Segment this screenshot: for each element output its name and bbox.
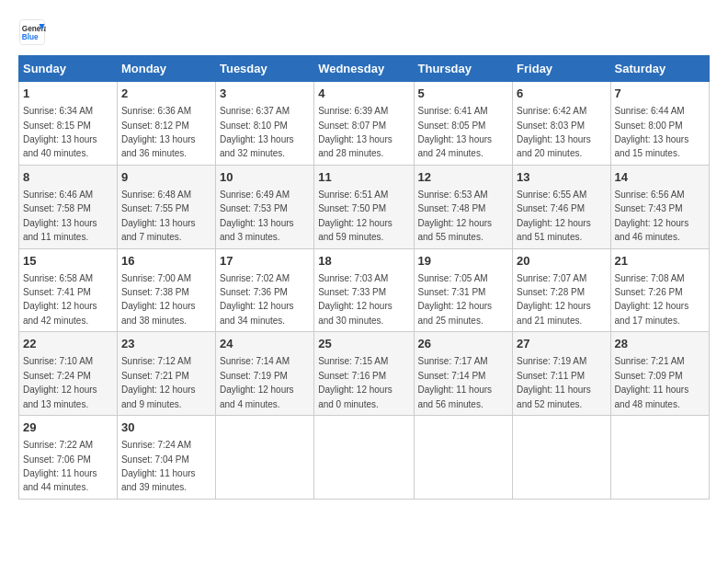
sunset-info: Sunset: 7:11 PM <box>517 371 585 381</box>
daylight-info: Daylight: 12 hours and 38 minutes. <box>121 301 196 325</box>
calendar-cell: 19Sunrise: 7:05 AMSunset: 7:31 PMDayligh… <box>414 248 513 332</box>
daylight-info: Daylight: 12 hours and 17 minutes. <box>615 301 689 325</box>
day-number: 8 <box>23 169 113 186</box>
day-number: 26 <box>418 336 509 352</box>
day-number: 18 <box>318 253 409 270</box>
sunset-info: Sunset: 7:48 PM <box>418 203 486 213</box>
sunset-info: Sunset: 7:36 PM <box>220 287 288 297</box>
logo-icon: General Blue <box>18 18 46 46</box>
sunset-info: Sunset: 8:15 PM <box>23 121 91 131</box>
week-row-5: 29Sunrise: 7:22 AMSunset: 7:06 PMDayligh… <box>19 416 710 500</box>
daylight-info: Daylight: 12 hours and 30 minutes. <box>318 301 392 325</box>
logo: General Blue <box>18 18 46 46</box>
week-row-2: 8Sunrise: 6:46 AMSunset: 7:58 PMDaylight… <box>19 165 710 248</box>
week-row-3: 15Sunrise: 6:58 AMSunset: 7:41 PMDayligh… <box>19 248 710 332</box>
sunrise-info: Sunrise: 6:42 AM <box>517 106 586 116</box>
calendar-cell: 29Sunrise: 7:22 AMSunset: 7:06 PMDayligh… <box>19 416 118 500</box>
sunset-info: Sunset: 7:26 PM <box>615 287 683 297</box>
sunrise-info: Sunrise: 6:53 AM <box>418 190 488 200</box>
sunset-info: Sunset: 7:43 PM <box>615 203 683 213</box>
column-header-sunday: Sunday <box>19 56 118 82</box>
calendar-cell <box>513 416 610 500</box>
daylight-info: Daylight: 11 hours and 48 minutes. <box>615 385 689 408</box>
header: General Blue <box>18 18 710 46</box>
sunrise-info: Sunrise: 7:03 AM <box>318 273 388 283</box>
calendar-cell: 6Sunrise: 6:42 AMSunset: 8:03 PMDaylight… <box>513 82 610 166</box>
sunset-info: Sunset: 8:10 PM <box>220 121 288 131</box>
day-number: 14 <box>615 169 705 186</box>
daylight-info: Daylight: 12 hours and 21 minutes. <box>517 301 591 325</box>
svg-text:Blue: Blue <box>22 33 39 41</box>
column-header-wednesday: Wednesday <box>314 56 414 82</box>
day-number: 25 <box>318 336 409 352</box>
sunset-info: Sunset: 7:38 PM <box>121 287 189 297</box>
calendar-cell: 9Sunrise: 6:48 AMSunset: 7:55 PMDaylight… <box>117 165 215 248</box>
calendar-cell: 28Sunrise: 7:21 AMSunset: 7:09 PMDayligh… <box>610 332 709 416</box>
day-number: 11 <box>318 169 409 186</box>
sunrise-info: Sunrise: 6:34 AM <box>23 106 93 116</box>
daylight-info: Daylight: 12 hours and 42 minutes. <box>23 301 97 325</box>
sunset-info: Sunset: 7:28 PM <box>517 287 585 297</box>
calendar-cell <box>215 416 313 500</box>
day-number: 4 <box>318 86 409 102</box>
sunrise-info: Sunrise: 6:44 AM <box>615 106 685 116</box>
sunset-info: Sunset: 7:33 PM <box>318 287 386 297</box>
day-number: 6 <box>517 86 606 102</box>
daylight-info: Daylight: 12 hours and 46 minutes. <box>615 218 689 242</box>
calendar-cell: 24Sunrise: 7:14 AMSunset: 7:19 PMDayligh… <box>215 332 313 416</box>
sunrise-info: Sunrise: 6:41 AM <box>418 106 488 116</box>
sunrise-info: Sunrise: 6:49 AM <box>220 190 290 200</box>
calendar-cell: 21Sunrise: 7:08 AMSunset: 7:26 PMDayligh… <box>610 248 709 332</box>
day-number: 9 <box>121 169 211 186</box>
daylight-info: Daylight: 11 hours and 39 minutes. <box>121 468 196 492</box>
sunset-info: Sunset: 7:21 PM <box>121 371 189 381</box>
calendar-cell: 7Sunrise: 6:44 AMSunset: 8:00 PMDaylight… <box>610 82 709 166</box>
sunset-info: Sunset: 7:31 PM <box>418 287 486 297</box>
day-number: 28 <box>615 336 705 352</box>
daylight-info: Daylight: 12 hours and 34 minutes. <box>220 301 294 325</box>
sunrise-info: Sunrise: 7:15 AM <box>318 356 388 366</box>
sunrise-info: Sunrise: 7:21 AM <box>615 356 685 366</box>
sunset-info: Sunset: 7:09 PM <box>615 371 683 381</box>
day-number: 2 <box>121 86 211 102</box>
daylight-info: Daylight: 12 hours and 55 minutes. <box>418 218 493 242</box>
day-number: 10 <box>220 169 310 186</box>
sunset-info: Sunset: 7:24 PM <box>23 371 91 381</box>
daylight-info: Daylight: 13 hours and 40 minutes. <box>23 134 97 158</box>
calendar-cell: 26Sunrise: 7:17 AMSunset: 7:14 PMDayligh… <box>414 332 513 416</box>
calendar-cell: 22Sunrise: 7:10 AMSunset: 7:24 PMDayligh… <box>19 332 118 416</box>
daylight-info: Daylight: 12 hours and 51 minutes. <box>517 218 591 242</box>
sunrise-info: Sunrise: 7:05 AM <box>418 273 488 283</box>
sunrise-info: Sunrise: 6:58 AM <box>23 273 93 283</box>
daylight-info: Daylight: 13 hours and 3 minutes. <box>220 218 294 242</box>
daylight-info: Daylight: 13 hours and 11 minutes. <box>23 218 97 242</box>
calendar-cell: 2Sunrise: 6:36 AMSunset: 8:12 PMDaylight… <box>117 82 215 166</box>
calendar-cell: 16Sunrise: 7:00 AMSunset: 7:38 PMDayligh… <box>117 248 215 332</box>
calendar-cell <box>314 416 414 500</box>
calendar-cell: 3Sunrise: 6:37 AMSunset: 8:10 PMDaylight… <box>215 82 313 166</box>
sunrise-info: Sunrise: 6:39 AM <box>318 106 388 116</box>
day-number: 22 <box>23 336 113 352</box>
sunset-info: Sunset: 7:55 PM <box>121 203 189 213</box>
calendar-cell: 11Sunrise: 6:51 AMSunset: 7:50 PMDayligh… <box>314 165 414 248</box>
calendar-cell: 25Sunrise: 7:15 AMSunset: 7:16 PMDayligh… <box>314 332 414 416</box>
day-number: 19 <box>418 253 509 270</box>
daylight-info: Daylight: 13 hours and 32 minutes. <box>220 134 294 158</box>
sunrise-info: Sunrise: 7:22 AM <box>23 440 93 450</box>
day-number: 15 <box>23 253 113 270</box>
sunset-info: Sunset: 7:46 PM <box>517 203 585 213</box>
sunrise-info: Sunrise: 7:17 AM <box>418 356 488 366</box>
sunset-info: Sunset: 7:50 PM <box>318 203 386 213</box>
sunset-info: Sunset: 7:16 PM <box>318 371 386 381</box>
week-row-4: 22Sunrise: 7:10 AMSunset: 7:24 PMDayligh… <box>19 332 710 416</box>
calendar-cell: 23Sunrise: 7:12 AMSunset: 7:21 PMDayligh… <box>117 332 215 416</box>
daylight-info: Daylight: 13 hours and 28 minutes. <box>318 134 392 158</box>
daylight-info: Daylight: 13 hours and 24 minutes. <box>418 134 493 158</box>
column-header-friday: Friday <box>513 56 610 82</box>
day-number: 29 <box>23 419 113 436</box>
sunrise-info: Sunrise: 7:14 AM <box>220 356 290 366</box>
day-number: 30 <box>121 419 211 436</box>
calendar-cell: 27Sunrise: 7:19 AMSunset: 7:11 PMDayligh… <box>513 332 610 416</box>
calendar-cell: 13Sunrise: 6:55 AMSunset: 7:46 PMDayligh… <box>513 165 610 248</box>
daylight-info: Daylight: 11 hours and 52 minutes. <box>517 385 591 408</box>
